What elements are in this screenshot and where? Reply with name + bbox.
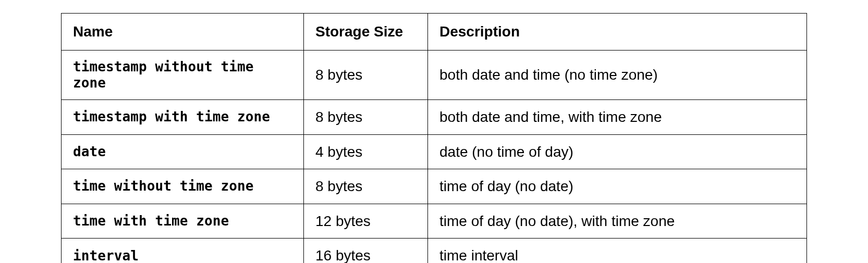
table-row: date 4 bytes date (no time of day) bbox=[62, 134, 807, 169]
description-cell: date (no time of day) bbox=[428, 134, 807, 169]
storage-size-cell: 8 bytes bbox=[304, 169, 428, 204]
type-name-cell: timestamp with time zone bbox=[62, 99, 304, 134]
type-name-cell: timestamp without time zone bbox=[62, 50, 304, 99]
table-row: timestamp without time zone 8 bytes both… bbox=[62, 50, 807, 99]
description-cell: time of day (no date), with time zone bbox=[428, 204, 807, 239]
storage-size-cell: 4 bytes bbox=[304, 134, 428, 169]
table-header-row: Name Storage Size Description bbox=[62, 14, 807, 51]
type-name-cell: time with time zone bbox=[62, 204, 304, 239]
datetime-types-table: Name Storage Size Description timestamp … bbox=[61, 13, 807, 263]
col-header-description: Description bbox=[428, 14, 807, 51]
type-name-cell: time without time zone bbox=[62, 169, 304, 204]
table-row: time without time zone 8 bytes time of d… bbox=[62, 169, 807, 204]
type-name-cell: date bbox=[62, 134, 304, 169]
description-cell: time of day (no date) bbox=[428, 169, 807, 204]
table-row: time with time zone 12 bytes time of day… bbox=[62, 204, 807, 239]
storage-size-cell: 8 bytes bbox=[304, 50, 428, 99]
storage-size-cell: 12 bytes bbox=[304, 204, 428, 239]
table-row: interval 16 bytes time interval bbox=[62, 239, 807, 263]
type-name-cell: interval bbox=[62, 239, 304, 263]
storage-size-cell: 8 bytes bbox=[304, 99, 428, 134]
storage-size-cell: 16 bytes bbox=[304, 239, 428, 263]
description-cell: time interval bbox=[428, 239, 807, 263]
table-row: timestamp with time zone 8 bytes both da… bbox=[62, 99, 807, 134]
col-header-name: Name bbox=[62, 14, 304, 51]
col-header-storage: Storage Size bbox=[304, 14, 428, 51]
description-cell: both date and time (no time zone) bbox=[428, 50, 807, 99]
description-cell: both date and time, with time zone bbox=[428, 99, 807, 134]
